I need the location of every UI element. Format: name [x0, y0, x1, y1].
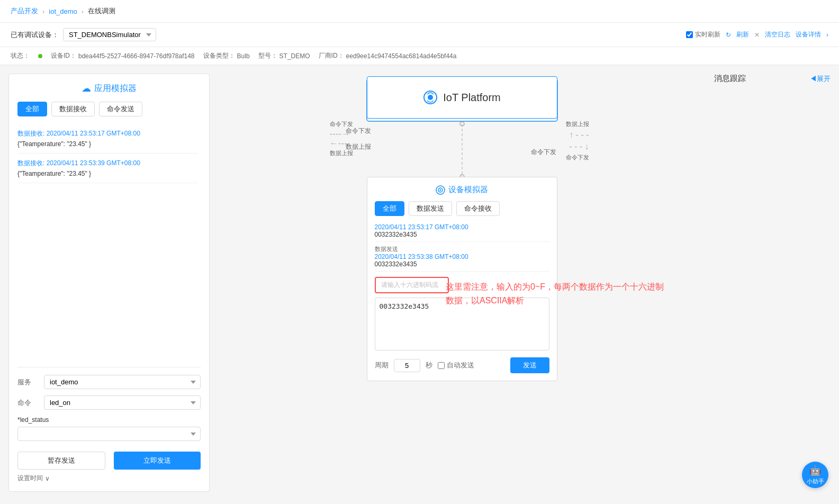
app-simulator-tabs: 全部 数据接收 命令发送 [17, 102, 201, 116]
device-tab-all[interactable]: 全部 [375, 201, 404, 216]
device-type-item: 设备类型： Bulb [203, 51, 250, 60]
save-send-button[interactable]: 暂存发送 [17, 452, 105, 470]
set-time-chevron-icon: ∨ [45, 475, 50, 482]
iot-platform-box: IoT Platform [367, 76, 557, 119]
arrow-left-indicator: ← - - - - [330, 139, 372, 148]
refresh-btn[interactable]: 刷新 [736, 30, 749, 39]
device-type-value: Bulb [237, 52, 250, 60]
device-id-value: bdea44f5-2527-4666-8947-76df978af148 [78, 52, 195, 60]
breadcrumb-link-demo[interactable]: iot_demo [49, 7, 77, 15]
field-label: *led_status [17, 416, 201, 424]
data-up-left-label: 数据上报 [330, 149, 372, 157]
realtime-refresh-text: 实时刷新 [695, 30, 720, 39]
assistant-label: 小助手 [807, 478, 824, 485]
device-select[interactable]: ST_DEMONBSimulator [63, 28, 156, 41]
auto-send-label[interactable]: 自动发送 [438, 361, 474, 370]
app-tab-send[interactable]: 命令发送 [99, 102, 142, 116]
period-input[interactable] [394, 359, 420, 372]
hex-textarea[interactable]: 0032332e3435 [375, 298, 549, 350]
log-time-1: 数据接收: 2020/04/11 23:53:17 GMT+08:00 [17, 129, 199, 138]
device-log-data-2: 0032332e3435 [375, 260, 549, 268]
assistant-icon: 🤖 [809, 465, 821, 476]
device-log-2: 数据发送 2020/04/11 23:53:38 GMT+08:00 00323… [375, 245, 549, 272]
msg-trace-header: 消息跟踪 ◀展开 [714, 74, 831, 84]
fold-button[interactable]: ◀展开 [810, 74, 831, 84]
vendor-label: 厂商ID： [319, 51, 344, 60]
device-tab-recv[interactable]: 命令接收 [456, 201, 500, 216]
log-entry-1: 数据接收: 2020/04/11 23:53:17 GMT+08:00 {"Te… [17, 124, 199, 154]
service-label: 服务 [17, 377, 39, 387]
app-simulator-panel: ☁ 应用模拟器 全部 数据接收 命令发送 数据接收: 2020/04/11 23… [8, 74, 210, 492]
svg-point-4 [440, 189, 441, 191]
auto-send-checkbox[interactable] [438, 362, 445, 369]
diagram-wrapper: 命令下发 数据上报 IoT Platform 命令下发 [330, 74, 594, 419]
field-select[interactable] [17, 427, 201, 441]
realtime-refresh-checkbox[interactable] [686, 31, 693, 38]
status-dot [38, 54, 42, 58]
svg-point-1 [428, 95, 433, 100]
iot-svg-logo [423, 90, 438, 105]
realtime-refresh-label[interactable]: 实时刷新 [686, 30, 720, 39]
device-simulator-box: 设备模拟器 全部 数据发送 命令接收 2020/04/11 23:53:17 G… [367, 177, 557, 381]
breadcrumb-sep-1: › [42, 7, 44, 15]
service-select[interactable]: iot_demo [44, 375, 201, 389]
vendor-item: 厂商ID： eed9ee14c9474554ac6814ad4e5bf44a [319, 51, 457, 60]
right-panel: 消息跟踪 ◀展开 [714, 74, 831, 492]
device-log-1: 2020/04/11 23:53:17 GMT+08:00 0032332e34… [375, 223, 549, 242]
up-arrow: ↑ - - - [569, 130, 589, 140]
right-arrows: 数据上报 ↑ - - - - - - ↓ 命令下发 [566, 120, 589, 161]
device-sim-title-text: 设备模拟器 [448, 185, 488, 195]
device-id-label: 设备ID： [51, 51, 76, 60]
hex-input-row: 请输入十六进制码流 [375, 277, 549, 293]
command-label: 命令 [17, 398, 39, 408]
device-sim-title: 设备模拟器 [375, 185, 549, 195]
cmd-down-left-label: 命令下发 [330, 120, 372, 128]
app-tab-receive[interactable]: 数据接收 [51, 102, 95, 116]
log-data-1: {"Teamperature": "23.45" } [17, 140, 199, 148]
device-type-label: 设备类型： [203, 51, 235, 60]
app-simulator-title: ☁ 应用模拟器 [17, 83, 201, 94]
action-buttons: 暂存发送 立即发送 [17, 452, 201, 470]
assistant-button[interactable]: 🤖 小助手 [802, 462, 828, 488]
main-layout: ☁ 应用模拟器 全部 数据接收 命令发送 数据接收: 2020/04/11 23… [0, 65, 839, 500]
toolbar-right: 实时刷新 ↻ 刷新 ✕ 清空日志 设备详情 › [686, 30, 828, 39]
device-label: 已有调试设备： [11, 30, 59, 40]
right-cmd-label: 命令下发 [531, 148, 556, 156]
app-log-area: 数据接收: 2020/04/11 23:53:17 GMT+08:00 {"Te… [17, 124, 201, 367]
status-label: 状态： [11, 51, 30, 60]
device-tabs: 全部 数据发送 命令接收 [375, 201, 549, 216]
cmd-down-right-label: 命令下发 [566, 154, 589, 161]
breadcrumb-link-product[interactable]: 产品开发 [11, 6, 38, 16]
set-time-label: 设置时间 [17, 474, 43, 483]
model-value: ST_DEMO [279, 52, 310, 60]
device-detail-link[interactable]: 设备详情 [796, 30, 821, 39]
breadcrumb-sep-2: › [82, 7, 84, 15]
device-icon [436, 185, 445, 195]
send-now-button[interactable]: 立即发送 [114, 452, 201, 470]
set-time[interactable]: 设置时间 ∨ [17, 474, 201, 483]
app-tab-all[interactable]: 全部 [17, 102, 47, 116]
send-row: 周期 秒 自动发送 发送 [375, 357, 549, 373]
device-log-label-2: 数据发送 [375, 245, 549, 253]
refresh-icon[interactable]: ↻ [726, 31, 731, 39]
device-tab-send[interactable]: 数据发送 [409, 201, 452, 216]
close-icon: ✕ [754, 31, 760, 39]
command-select[interactable]: led_on [44, 395, 201, 410]
breadcrumb: 产品开发 › iot_demo › 在线调测 [0, 0, 839, 23]
toolbar: 已有调试设备： ST_DEMONBSimulator 实时刷新 ↻ 刷新 ✕ 清… [0, 23, 839, 47]
send-button[interactable]: 发送 [510, 357, 549, 373]
center-diagram: 命令下发 数据上报 IoT Platform 命令下发 [218, 74, 706, 492]
msg-trace-title: 消息跟踪 [714, 74, 746, 84]
clear-log-btn[interactable]: 清空日志 [765, 30, 790, 39]
model-item: 型号： ST_DEMO [258, 51, 310, 60]
device-log-time-2: 2020/04/11 23:53:38 GMT+08:00 [375, 253, 549, 260]
hex-input-box[interactable]: 请输入十六进制码流 [375, 277, 449, 293]
app-simulator-title-text: 应用模拟器 [94, 83, 137, 94]
arrow-right-indicator: - - - - → [330, 129, 372, 139]
device-log-time-1: 2020/04/11 23:53:17 GMT+08:00 [375, 223, 549, 231]
field-section: *led_status [17, 416, 201, 447]
model-label: 型号： [258, 51, 277, 60]
device-id-item: 设备ID： bdea44f5-2527-4666-8947-76df978af1… [51, 51, 195, 60]
detail-arrow: › [826, 31, 828, 39]
log-time-2: 数据接收: 2020/04/11 23:53:39 GMT+08:00 [17, 159, 199, 168]
